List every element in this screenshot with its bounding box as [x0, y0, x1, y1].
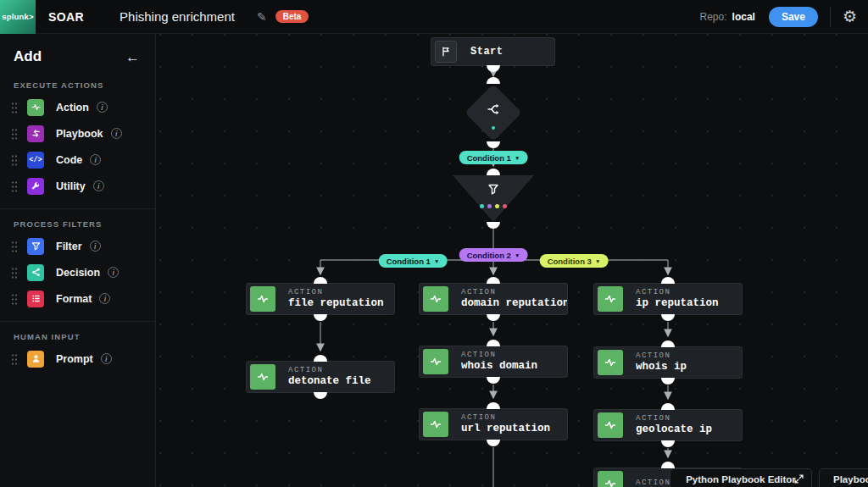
action-node-whois-domain[interactable]: ACTION whois domain	[419, 346, 568, 378]
expand-icon[interactable]	[793, 473, 804, 484]
sidebar-section-divider	[0, 208, 155, 209]
action-node-whois-ip[interactable]: ACTION whois ip	[593, 346, 743, 379]
node-kind-label: ACTION	[461, 288, 567, 297]
action-icon	[423, 286, 448, 312]
sidebar-item-code[interactable]: </> Code i	[0, 147, 155, 173]
action-icon	[598, 286, 623, 312]
sidebar-section-divider	[0, 321, 155, 322]
node-title: domain reputation	[461, 297, 567, 311]
drag-handle-icon[interactable]	[11, 293, 18, 305]
node-title: geolocate ip	[636, 423, 712, 437]
sidebar-item-utility[interactable]: Utility i	[0, 173, 155, 199]
node-kind-label: ACTION	[636, 288, 719, 297]
info-icon[interactable]: i	[111, 128, 122, 139]
filter-node[interactable]	[453, 175, 534, 222]
playbook-icon	[27, 125, 44, 142]
python-playbook-editor-panel[interactable]: Python Playbook Editor	[670, 468, 812, 487]
node-kind-label: ACTION	[461, 413, 550, 423]
sidebar-item-playbook[interactable]: Playbook i	[0, 120, 155, 147]
drag-handle-icon[interactable]	[11, 180, 18, 192]
drag-handle-icon[interactable]	[11, 128, 18, 140]
branch-condition-2-pill[interactable]: Condition 2 ▼	[459, 248, 528, 262]
node-title: whois ip	[636, 361, 687, 374]
playbook-canvas[interactable]: Start Condition 1 ▼ Condition 1 ▼	[156, 34, 868, 487]
node-kind-label: ACTION	[461, 351, 537, 360]
product-name: SOAR	[48, 10, 84, 24]
node-title: ip reputation	[636, 297, 719, 311]
add-sidebar: Add ← EXECUTE ACTIONS Action i Playbook …	[0, 34, 156, 487]
drag-handle-icon[interactable]	[11, 154, 18, 166]
repo-value: local	[732, 11, 755, 23]
action-icon	[598, 412, 623, 438]
code-icon: </>	[27, 152, 44, 169]
section-heading-human-input: HUMAN INPUT	[0, 327, 155, 346]
drag-handle-icon[interactable]	[11, 353, 18, 365]
action-node-geolocate-ip[interactable]: ACTION geolocate ip	[593, 409, 743, 441]
sidebar-item-label: Action	[56, 102, 89, 113]
playbook-debugger-panel[interactable]: Playbook De	[819, 468, 868, 487]
info-icon[interactable]: i	[90, 241, 101, 252]
sidebar-item-action[interactable]: Action i	[0, 94, 155, 120]
filter-funnel-icon	[485, 181, 502, 198]
sidebar-item-label: Format	[56, 293, 92, 305]
sidebar-item-format[interactable]: Format i	[0, 285, 155, 312]
action-node-domain-reputation[interactable]: ACTION domain reputation	[419, 283, 568, 315]
playbook-title: Phishing enrichment	[120, 9, 235, 24]
save-button[interactable]: Save	[769, 7, 818, 27]
caret-down-icon: ▼	[434, 258, 439, 264]
node-title: url reputation	[461, 423, 550, 436]
splunk-logo[interactable]: splunk>	[0, 0, 36, 34]
sidebar-item-prompt[interactable]: Prompt i	[0, 346, 155, 372]
caret-down-icon: ▼	[515, 252, 520, 258]
edit-title-icon[interactable]: ✎	[257, 10, 267, 24]
action-icon	[598, 350, 623, 375]
info-icon[interactable]: i	[99, 293, 110, 304]
action-node-file-reputation[interactable]: ACTION file reputation	[246, 283, 395, 315]
decision-diamond-node[interactable]	[465, 84, 522, 141]
panel-label: Python Playbook Editor	[686, 474, 796, 484]
sidebar-item-label: Decision	[56, 267, 100, 279]
node-title: file reputation	[288, 297, 384, 311]
sidebar-item-decision[interactable]: Decision i	[0, 259, 155, 285]
node-kind-label: ACTION	[636, 479, 670, 487]
drag-handle-icon[interactable]	[11, 102, 18, 113]
drag-handle-icon[interactable]	[11, 267, 18, 279]
caret-down-icon: ▼	[595, 258, 600, 264]
node-kind-label: ACTION	[288, 288, 384, 297]
sidebar-title: Add	[14, 48, 42, 65]
node-title: whois domain	[461, 360, 537, 374]
action-node-url-reputation[interactable]: ACTION url reputation	[419, 408, 568, 440]
info-icon[interactable]: i	[93, 180, 104, 191]
beta-badge: Beta	[275, 10, 309, 23]
decision-status-dot	[492, 126, 495, 130]
action-icon	[598, 471, 623, 487]
action-node-detonate-file[interactable]: ACTION detonate file	[246, 361, 395, 393]
start-node-label: Start	[470, 46, 504, 58]
sidebar-item-label: Prompt	[56, 353, 93, 365]
action-icon	[250, 286, 275, 312]
start-flag-icon	[435, 41, 457, 63]
drag-handle-icon[interactable]	[11, 241, 18, 252]
caret-down-icon: ▼	[515, 155, 520, 161]
sidebar-item-filter[interactable]: Filter i	[0, 233, 155, 259]
action-icon	[423, 349, 448, 374]
action-icon	[423, 412, 448, 437]
collapse-sidebar-arrow-icon[interactable]: ←	[125, 50, 140, 64]
branch-condition-1-pill[interactable]: Condition 1 ▼	[379, 254, 448, 268]
node-kind-label: ACTION	[636, 414, 712, 423]
action-icon	[27, 99, 44, 116]
filter-condition-dots	[453, 204, 534, 208]
start-node[interactable]: Start	[431, 37, 555, 66]
node-title: detonate file	[288, 375, 371, 389]
utility-wrench-icon	[27, 178, 44, 195]
info-icon[interactable]: i	[97, 102, 108, 113]
sidebar-item-label: Code	[56, 154, 82, 166]
decision-condition-pill[interactable]: Condition 1 ▼	[459, 151, 528, 164]
branch-condition-3-pill[interactable]: Condition 3 ▼	[540, 254, 609, 268]
settings-gear-icon[interactable]: ⚙	[843, 8, 857, 25]
info-icon[interactable]: i	[101, 353, 112, 364]
info-icon[interactable]: i	[108, 267, 119, 278]
action-node-ip-reputation[interactable]: ACTION ip reputation	[593, 283, 743, 315]
info-icon[interactable]: i	[90, 154, 101, 165]
filter-funnel-icon	[27, 238, 44, 255]
